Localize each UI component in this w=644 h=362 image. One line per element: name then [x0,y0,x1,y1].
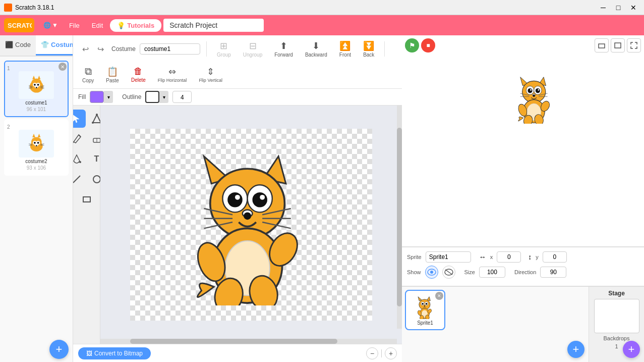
outline-color-dropdown[interactable]: ▾ [159,91,168,103]
scrollbar-thumb[interactable] [397,128,402,306]
maximize-button[interactable]: □ [612,3,625,13]
tutorials-button[interactable]: 💡 Tutorials [110,19,161,32]
y-arrows-icon: ↕ [528,253,532,261]
globe-menu[interactable]: 🌐 ▼ [39,20,62,31]
rect-tool-button[interactable] [78,190,96,209]
code-tab[interactable]: ⬛ Code [0,35,36,56]
drawing-canvas[interactable] [130,129,372,321]
costume2-label: costume2 [25,159,47,164]
line-tool-button[interactable] [73,170,86,188]
backward-button[interactable]: ⬇ Backward [301,38,331,60]
front-button[interactable]: ⏫ Front [335,38,355,60]
svg-rect-89 [615,43,621,48]
flip-vertical-button[interactable]: ⇕ Flip Vertical [195,64,226,85]
y-label: y [536,254,539,260]
stage-canvas[interactable] [402,35,644,246]
front-icon: ⏫ [339,40,350,51]
size-input[interactable] [479,267,505,278]
paste-label: Paste [106,78,119,83]
svg-marker-16 [37,75,40,79]
undo-button[interactable]: ↩ [78,42,92,56]
paste-button[interactable]: 📋 Paste [102,64,123,85]
back-button[interactable]: ⏬ Back [359,38,378,60]
direction-input[interactable] [540,267,566,278]
horizontal-scrollbar-thumb[interactable] [130,339,338,344]
add-costume-button[interactable]: + [49,340,69,359]
zoom-out-button[interactable]: − [366,347,378,359]
green-flag-button[interactable]: ⚑ [405,38,419,53]
svg-point-42 [93,176,100,183]
file-menu[interactable]: File [64,20,85,31]
convert-to-bitmap-button[interactable]: 🖼 Convert to Bitmap [78,347,151,359]
delete-button[interactable]: 🗑 Delete [127,64,150,85]
x-coord-input[interactable] [497,251,521,263]
svg-marker-26 [37,133,40,137]
select-tool-button[interactable] [73,110,86,128]
svg-point-77 [533,95,535,97]
fill-color-swatch[interactable] [90,91,104,103]
stage-mini-thumbnail[interactable] [594,299,639,333]
costume1-number: 1 [7,66,10,71]
canvas-container[interactable] [100,106,402,344]
outline-color-picker[interactable]: ▾ [145,91,168,103]
group-icon: ⊞ [220,40,227,51]
sprite1-thumbnail[interactable]: ✕ [405,290,445,330]
show-visible-button[interactable] [425,266,438,279]
close-button[interactable]: ✕ [627,3,640,13]
svg-rect-43 [83,197,90,202]
redo-button[interactable]: ↪ [93,42,107,56]
add-backdrop-button[interactable]: + [623,341,640,358]
back-icon: ⏬ [363,40,374,51]
horizontal-scrollbar[interactable] [100,339,397,344]
ungroup-icon: ⊟ [249,40,257,51]
ungroup-button[interactable]: ⊟ Ungroup [239,38,266,60]
scratch-title-icon [4,4,12,12]
large-stage-button[interactable] [611,38,625,53]
forward-label: Forward [274,52,293,58]
main-area: ⬛ Code 👕 Costumes 🔊 Sounds ✕ 1 [0,35,644,362]
sprite1-delete-button[interactable]: ✕ [435,292,443,300]
fill-toolbar: Fill ▾ Outline ▾ 4 [73,89,402,106]
show-hidden-button[interactable] [442,266,455,279]
sprite-name-input[interactable] [426,251,471,263]
costumes-tab[interactable]: 👕 Costumes [36,35,73,56]
stop-button[interactable]: ■ [421,38,435,53]
costume-item-2[interactable]: 2 [4,119,69,176]
add-sprite-button[interactable]: + [567,341,584,358]
delete-label: Delete [131,77,146,83]
zoom-in-button[interactable]: + [385,347,397,359]
vertical-scrollbar[interactable] [397,106,402,329]
svg-line-41 [73,176,80,183]
stage-view-controls [595,38,641,53]
fullscreen-button[interactable] [627,38,641,53]
fill-color-dropdown[interactable]: ▾ [104,91,113,103]
toolbar-separator-2 [384,41,385,57]
flip-horizontal-button[interactable]: ⇔ Flip Horizontal [154,64,191,85]
minimize-button[interactable]: ─ [597,3,610,13]
sprite-name-row: Sprite ↔ x ↕ y [407,251,639,263]
y-coord-input[interactable] [543,251,567,263]
costumes-tab-label: Costumes [51,41,73,48]
ungroup-label: Ungroup [243,52,262,58]
small-stage-button[interactable] [595,38,609,53]
project-name-input[interactable] [163,19,264,32]
copy-icon: ⧉ [85,66,92,77]
edit-menu[interactable]: Edit [87,20,108,31]
direction-label: Direction [514,269,536,275]
outline-color-swatch[interactable] [145,91,159,103]
costume-item-1[interactable]: ✕ 1 [4,61,69,117]
costume-name-field[interactable] [140,43,200,55]
copy-button[interactable]: ⧉ Copy [78,64,98,85]
forward-button[interactable]: ⬆ Forward [270,38,297,60]
convert-label: Convert to Bitmap [94,350,143,357]
pencil-tool-button[interactable] [73,130,86,148]
group-button[interactable]: ⊞ Group [213,38,235,60]
fill-tool-button[interactable] [73,150,86,168]
costume1-delete-button[interactable]: ✕ [58,63,67,71]
x-label: x [490,254,493,260]
svg-point-51 [235,195,240,200]
fill-color-picker[interactable]: ▾ [90,91,113,103]
flip-v-label: Flip Vertical [199,78,222,83]
flip-h-icon: ⇔ [168,66,176,77]
stage-controls: ⚑ ■ [405,38,435,53]
